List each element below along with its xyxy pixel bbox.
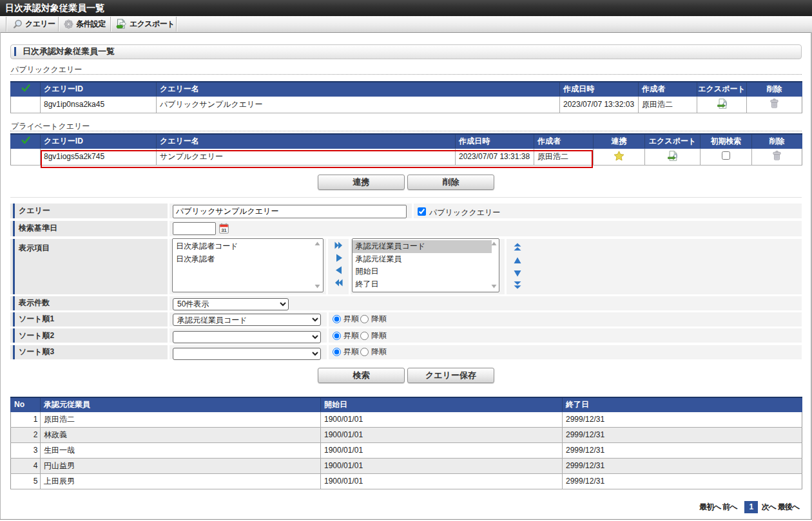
svg-text:31: 31: [221, 227, 227, 233]
